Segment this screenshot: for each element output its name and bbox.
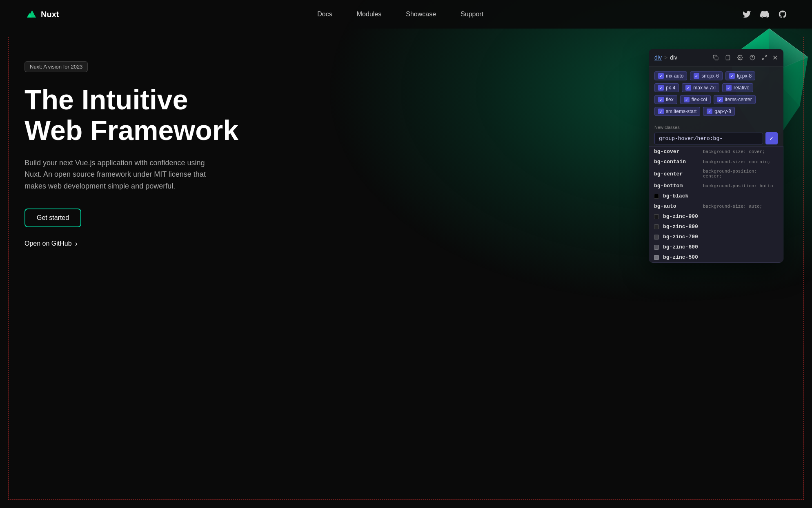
class-tag-sm-px-6[interactable]: ✓ sm:px-6 xyxy=(690,71,723,80)
help-icon[interactable] xyxy=(748,53,757,62)
class-name: mx-auto xyxy=(666,73,683,79)
inspector-header: div > div xyxy=(649,49,783,67)
autocomplete-item-bg-contain[interactable]: bg-contain background-size: contain; xyxy=(649,157,783,167)
color-swatch xyxy=(654,245,659,250)
autocomplete-item-bg-bottom[interactable]: bg-bottom background-position: botto xyxy=(649,181,783,191)
github-icon[interactable] xyxy=(778,9,788,19)
svg-line-16 xyxy=(763,58,764,60)
class-tag-items-center[interactable]: ✓ items-center xyxy=(714,95,756,104)
vision-badge: Nuxt: A vision for 2023 xyxy=(24,61,88,72)
svg-rect-10 xyxy=(715,57,718,60)
new-classes-label: New classes xyxy=(654,125,778,130)
ac-class-name: bg-cover xyxy=(654,149,699,155)
settings-icon[interactable] xyxy=(736,53,745,62)
class-name: sm:items-start xyxy=(666,109,696,114)
check-icon: ✓ xyxy=(684,97,690,102)
github-link-text: Open on GitHub xyxy=(24,240,72,247)
discord-icon[interactable] xyxy=(760,9,770,19)
ac-class-name: bg-center xyxy=(654,171,699,177)
new-classes-input-row: ✓ xyxy=(654,132,778,144)
breadcrumb-separator: > xyxy=(664,54,667,61)
autocomplete-item-bg-cover[interactable]: bg-cover background-size: cover; xyxy=(649,146,783,157)
ac-description: background-size: auto; xyxy=(703,204,762,209)
autocomplete-item-bg-zinc-700[interactable]: bg-zinc-700 xyxy=(649,232,783,242)
github-link[interactable]: Open on GitHub › xyxy=(24,240,253,248)
autocomplete-item-bg-auto[interactable]: bg-auto background-size: auto; xyxy=(649,201,783,211)
svg-point-12 xyxy=(739,57,741,58)
breadcrumb-parent[interactable]: div xyxy=(654,54,662,61)
class-tag-mx-auto[interactable]: ✓ mx-auto xyxy=(654,71,687,80)
class-tag-sm-items-start[interactable]: ✓ sm:items-start xyxy=(654,107,700,116)
ac-class-name: bg-black xyxy=(663,193,708,199)
check-icon: ✓ xyxy=(707,109,712,114)
class-name: flex xyxy=(666,97,674,102)
nav-modules[interactable]: Modules xyxy=(357,11,381,18)
hero-description: Build your next Vue.js application with … xyxy=(24,157,220,192)
hero-left: Nuxt: A vision for 2023 The Intuitive We… xyxy=(24,53,253,248)
svg-rect-11 xyxy=(727,55,729,56)
class-name: gap-y-8 xyxy=(714,109,731,114)
ac-description: background-position: botto xyxy=(703,184,773,189)
check-icon: ✓ xyxy=(658,109,664,114)
color-swatch xyxy=(654,255,659,260)
autocomplete-item-bg-black[interactable]: bg-black xyxy=(649,191,783,201)
class-tag-relative[interactable]: ✓ relative xyxy=(722,83,753,92)
main-content: Nuxt: A vision for 2023 The Intuitive We… xyxy=(0,29,812,508)
class-tag-px-4[interactable]: ✓ px-4 xyxy=(654,83,679,92)
class-tags-container: ✓ mx-auto ✓ sm:px-6 ✓ lg:px-8 ✓ px-4 xyxy=(649,67,783,121)
ac-description: background-size: contain; xyxy=(703,160,770,164)
logo-link[interactable]: Nuxt xyxy=(24,8,59,21)
navbar: Nuxt Docs Modules Showcase Support xyxy=(0,0,812,29)
ac-class-name: bg-zinc-500 xyxy=(663,254,708,260)
get-started-button[interactable]: Get started xyxy=(24,209,81,227)
logo-text: Nuxt xyxy=(41,10,59,19)
ac-class-name: bg-contain xyxy=(654,159,699,165)
color-swatch xyxy=(654,194,659,199)
close-button[interactable]: ✕ xyxy=(772,54,778,62)
inspector-actions: ✕ xyxy=(711,53,778,62)
check-icon: ✓ xyxy=(729,73,735,79)
ac-class-name: bg-bottom xyxy=(654,183,699,189)
hero-title: The Intuitive Web Framework xyxy=(24,84,253,146)
nuxt-logo-icon xyxy=(24,8,38,21)
nav-links: Docs Modules Showcase Support xyxy=(317,11,483,18)
new-classes-input[interactable] xyxy=(654,133,763,144)
ac-description: background-size: cover; xyxy=(703,149,765,154)
nav-support[interactable]: Support xyxy=(461,11,483,18)
new-classes-section: New classes ✓ xyxy=(649,121,783,144)
class-name: items-center xyxy=(725,97,752,102)
class-name: max-w-7xl xyxy=(693,85,716,91)
autocomplete-dropdown: bg-cover background-size: cover; bg-cont… xyxy=(649,146,783,263)
class-name: flex-col xyxy=(692,97,707,102)
class-tag-max-w-7xl[interactable]: ✓ max-w-7xl xyxy=(682,83,719,92)
class-tag-flex-col[interactable]: ✓ flex-col xyxy=(680,95,711,104)
check-icon: ✓ xyxy=(658,85,664,91)
breadcrumb: div > div xyxy=(654,54,677,61)
copy-icon[interactable] xyxy=(711,53,720,62)
autocomplete-item-bg-center[interactable]: bg-center background-position: center; xyxy=(649,167,783,181)
check-icon: ✓ xyxy=(694,73,699,79)
autocomplete-item-bg-zinc-500[interactable]: bg-zinc-500 xyxy=(649,252,783,262)
paste-icon[interactable] xyxy=(723,53,732,62)
check-icon: ✓ xyxy=(685,85,691,91)
arrow-icon: › xyxy=(75,240,78,248)
class-name: sm:px-6 xyxy=(701,73,719,79)
check-icon: ✓ xyxy=(717,97,723,102)
check-icon: ✓ xyxy=(658,97,664,102)
nav-showcase[interactable]: Showcase xyxy=(406,11,436,18)
autocomplete-item-bg-zinc-800[interactable]: bg-zinc-800 xyxy=(649,222,783,232)
expand-icon[interactable] xyxy=(760,53,769,62)
color-swatch xyxy=(654,235,659,240)
class-name: lg:px-8 xyxy=(737,73,752,79)
confirm-button[interactable]: ✓ xyxy=(765,132,778,144)
autocomplete-item-bg-zinc-600[interactable]: bg-zinc-600 xyxy=(649,242,783,252)
ac-class-name: bg-zinc-700 xyxy=(663,234,708,240)
nav-docs[interactable]: Docs xyxy=(317,11,332,18)
class-tag-flex[interactable]: ✓ flex xyxy=(654,95,677,104)
twitter-icon[interactable] xyxy=(742,9,752,19)
autocomplete-item-bg-zinc-900[interactable]: bg-zinc-900 xyxy=(649,211,783,222)
devtools-panel: div > div xyxy=(649,49,788,263)
ac-class-name: bg-auto xyxy=(654,203,699,209)
class-tag-lg-px-8[interactable]: ✓ lg:px-8 xyxy=(725,71,755,80)
class-tag-gap-y-8[interactable]: ✓ gap-y-8 xyxy=(703,107,735,116)
